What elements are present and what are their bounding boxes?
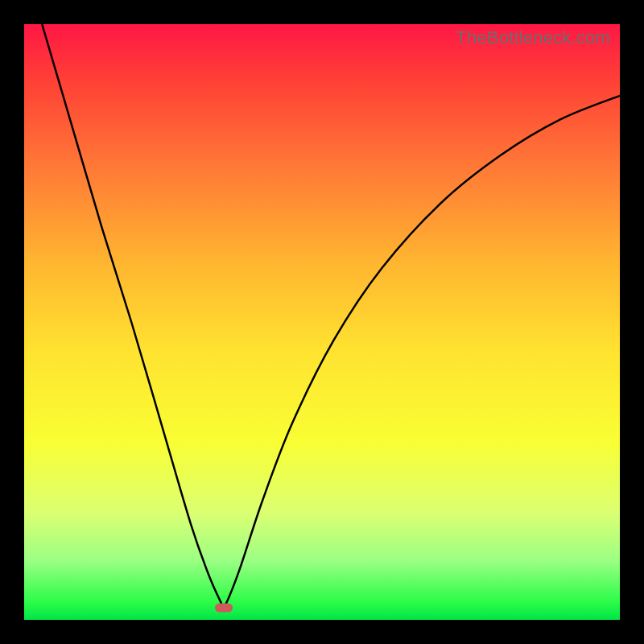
bottleneck-curve (24, 24, 620, 620)
plot-area: TheBottleneck.com (24, 24, 620, 620)
notch-marker (215, 604, 233, 613)
chart-frame: TheBottleneck.com (0, 0, 644, 644)
